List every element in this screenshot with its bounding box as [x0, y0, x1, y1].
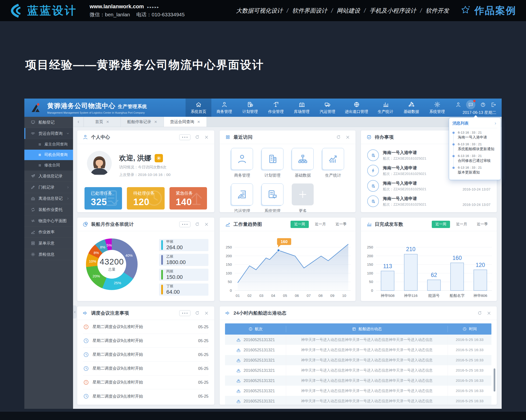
nav-item-truck[interactable]: 汽运管理: [315, 98, 340, 117]
filter-0[interactable]: 近一周: [432, 221, 450, 228]
card-title: 装船月作业各班统计: [91, 221, 179, 227]
filter-1[interactable]: 近一月: [311, 221, 329, 228]
nav-item-stats[interactable]: 生产统计: [373, 98, 398, 117]
stat-tile-2[interactable]: 紧急任务140: [170, 187, 207, 210]
svg-text:0: 0: [371, 288, 373, 293]
wechat-line: 微信：ben_lanlan: [90, 12, 130, 17]
sidebar-item-4[interactable]: 离港信息登记: [24, 193, 73, 204]
svg-text:62: 62: [431, 272, 437, 278]
tab-2[interactable]: 货运合同查询✕: [164, 117, 207, 127]
tab-close-icon[interactable]: ✕: [154, 120, 157, 124]
todo-item[interactable]: 海南一号入港申请船次：ZZASE201610250212016-10-24 13…: [367, 194, 490, 209]
message-item[interactable]: 6-13 16 : 33 : 21系统船舶模块更新通知: [453, 142, 497, 151]
refresh-icon[interactable]: [195, 222, 200, 227]
meeting-item[interactable]: 星期二调度会议9点准时开始05-25: [83, 320, 208, 334]
refresh-icon[interactable]: [195, 311, 200, 316]
table-row[interactable]: 20160525131321神华天津一号进入动态信息神华天津一号进入动态信息神华…: [225, 386, 491, 396]
tab-close-icon[interactable]: ✕: [197, 120, 200, 124]
message-icon[interactable]: [466, 100, 475, 109]
refresh-icon[interactable]: [477, 311, 482, 316]
shortcut-plus[interactable]: 更多: [292, 184, 314, 212]
sidebar-item-7[interactable]: 作业效率: [24, 226, 73, 238]
tab-0[interactable]: 首页✕: [84, 117, 121, 127]
table-row[interactable]: 20160525131321神华天津一号进入动态信息神华天津一号进入动态信息神华…: [225, 345, 491, 355]
close-icon[interactable]: [345, 135, 350, 140]
plane-icon: [31, 174, 35, 178]
nav-item-data[interactable]: 基础数据: [398, 98, 424, 117]
portfolio-link[interactable]: 作品案例: [460, 4, 516, 17]
sidebar-item-5[interactable]: 装船作业委托: [24, 204, 73, 215]
avatar: [87, 151, 112, 176]
meeting-item[interactable]: 星期二调度会议9点准时开始05-25: [83, 348, 208, 361]
tab-1[interactable]: 船舶停靠记录✕: [121, 117, 164, 127]
nav-item-person[interactable]: 商务管理: [211, 98, 237, 117]
sidebar-item-6[interactable]: 物流中心平面图: [24, 215, 73, 226]
filter-2[interactable]: 近一季: [332, 221, 350, 228]
close-icon[interactable]: [204, 311, 209, 316]
tab-back-button[interactable]: [73, 117, 84, 127]
sidebar-item-1[interactable]: 货运合同查询: [24, 128, 73, 139]
refresh-icon[interactable]: [336, 135, 341, 140]
orgchart-icon: [297, 153, 308, 165]
meeting-item[interactable]: 星期二调度会议9点准时开始05-25: [83, 389, 208, 403]
filter-2[interactable]: 近一季: [473, 221, 491, 228]
tab-close-icon[interactable]: ✕: [106, 120, 109, 124]
table-row[interactable]: 20160525131321神华天津一号进入动态信息神华天津一号进入动态信息神华…: [225, 365, 491, 375]
nav-item-crane[interactable]: 作业管理: [263, 98, 289, 117]
nav-item-home[interactable]: 系统首页: [186, 98, 211, 117]
table-row[interactable]: 20160525131321神华天津一号进入动态信息神华天津一号进入动态信息神华…: [225, 335, 491, 345]
nav-item-plan[interactable]: 计划管理: [237, 98, 263, 117]
table-row[interactable]: 20160525131321神华天津一号进入动态信息神华天津一号进入动态信息神华…: [225, 396, 491, 405]
table-row[interactable]: 20160525131321神华天津一号进入动态信息神华天津一号进入动态信息神华…: [225, 375, 491, 386]
lanlan-logo[interactable]: 蓝蓝设计: [10, 3, 77, 18]
sidebar-item-0[interactable]: 船舶登记: [24, 117, 73, 128]
table-scrollbar[interactable]: [494, 368, 495, 391]
nav-item-gear[interactable]: 系统管理: [424, 98, 450, 117]
nav-item-globe[interactable]: 进出道口管理: [340, 98, 373, 117]
sidebar-item-8[interactable]: 菜单示意: [24, 238, 73, 249]
more-options-button[interactable]: [179, 221, 191, 227]
sidebar-item-9[interactable]: 质检信息: [24, 249, 73, 260]
message-item[interactable]: 6-13 16 : 33 : 21海南一号入港申请: [453, 131, 497, 140]
stat-tile-0[interactable]: 已处理任务325: [84, 187, 122, 210]
table-row[interactable]: 20160525131321神华天津一号进入动态信息神华天津一号进入动态信息神华…: [225, 355, 491, 365]
todo-item[interactable]: 海南一号入港申请船次：ZZASE201610250212016-10-24 13…: [367, 178, 490, 194]
sync-icon: [31, 207, 35, 212]
site-url[interactable]: www.lanlanwork.com: [90, 3, 144, 10]
svg-text:100: 100: [367, 271, 373, 275]
clock-check-icon: [366, 134, 372, 140]
chevron-right-icon[interactable]: [494, 122, 497, 125]
message-item[interactable]: 6-13 16 : 33 : 21版本更新通知: [453, 166, 497, 175]
filter-1[interactable]: 近一月: [453, 221, 471, 228]
filter-0[interactable]: 近一周: [291, 221, 309, 228]
shortcut-orgchart[interactable]: 基础数据: [292, 148, 314, 178]
sidebar-item-2[interactable]: 入港信息记录: [24, 171, 73, 182]
sidebar-subitem-1[interactable]: 司机合同查询: [24, 150, 73, 160]
shortcut-building[interactable]: 计划管理: [262, 148, 283, 178]
logout-icon[interactable]: [491, 102, 496, 107]
sidebar-subitem-2[interactable]: 修改合同: [24, 160, 73, 171]
shortcut-person[interactable]: 商务管理: [231, 148, 253, 178]
sidebar-subitem-0[interactable]: 雇主合同查询: [24, 139, 73, 150]
help-icon[interactable]: [480, 102, 486, 107]
meeting-item[interactable]: 星期二调度会议9点准时开始05-25: [83, 375, 208, 389]
user-icon[interactable]: [455, 102, 461, 107]
more-options-button[interactable]: [179, 310, 191, 316]
close-icon[interactable]: [486, 311, 491, 316]
shortcut-docchat[interactable]: 系统管理: [262, 184, 283, 212]
sidebar-item-3[interactable]: 门机记录: [24, 182, 73, 193]
more-options-button[interactable]: [179, 134, 191, 140]
refresh-icon[interactable]: [195, 135, 200, 140]
nav-item-warehouse[interactable]: 库场管理: [289, 98, 315, 117]
meeting-item[interactable]: 星期二调度会议9点准时开始05-25: [83, 334, 208, 348]
sidebar-collapse-handle[interactable]: [73, 305, 77, 319]
shortcut-trendbox[interactable]: 生产统计: [322, 148, 344, 178]
donut-slice-label: 8%: [93, 250, 99, 254]
shortcut-compose[interactable]: 汽运管理: [231, 184, 253, 212]
stat-tile-1[interactable]: 待处理任务120: [127, 187, 164, 210]
close-icon[interactable]: [204, 135, 209, 140]
meeting-item[interactable]: 星期二调度会议9点准时开始05-25: [83, 361, 208, 375]
close-icon[interactable]: [204, 222, 209, 227]
message-item[interactable]: 6-13 16 : 33 : 21合同修改已通过审核: [453, 154, 497, 163]
ship-icon: [236, 337, 241, 342]
